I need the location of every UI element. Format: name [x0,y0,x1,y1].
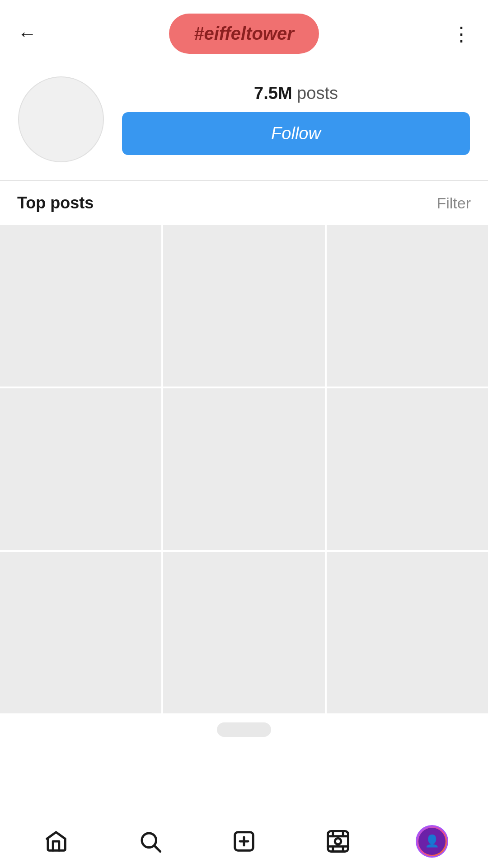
hashtag-avatar [18,76,104,162]
load-more-pill [217,722,271,737]
grid-item[interactable] [327,388,488,550]
more-options-button[interactable]: ⋮ [447,20,474,47]
svg-point-6 [335,838,341,844]
top-posts-bar: Top posts Filter [0,181,488,225]
grid-item[interactable] [163,225,324,387]
grid-item[interactable] [0,388,161,550]
load-more-section [0,713,488,746]
profile-section: 7.5M posts Follow [0,63,488,180]
back-button[interactable]: ← [14,20,41,47]
nav-profile[interactable]: 👤 [409,823,455,859]
filter-button[interactable]: Filter [436,194,471,212]
app-header: ← #eiffeltower ⋮ [0,0,488,63]
svg-rect-5 [328,831,348,851]
grid-item[interactable] [163,552,324,713]
hashtag-label: #eiffeltower [194,24,294,44]
avatar-inner: 👤 [418,828,446,855]
nav-home[interactable] [33,823,79,859]
svg-line-1 [155,846,160,851]
nav-search[interactable] [127,823,173,859]
follow-button[interactable]: Follow [122,112,470,155]
grid-item[interactable] [163,388,324,550]
posts-number: 7.5M [254,84,292,103]
user-avatar-nav: 👤 [416,825,448,858]
grid-item[interactable] [0,552,161,713]
back-arrow-icon: ← [18,23,37,45]
posts-grid [0,225,488,713]
nav-reels[interactable] [315,823,361,859]
home-icon [42,827,70,855]
posts-count-display: 7.5M posts [122,84,470,103]
add-icon [230,827,258,855]
follow-button-label: Follow [271,124,321,143]
search-icon [136,827,164,855]
more-vertical-icon: ⋮ [451,22,470,45]
profile-info: 7.5M posts Follow [122,84,470,155]
reels-icon [324,827,352,855]
grid-item[interactable] [327,225,488,387]
grid-item[interactable] [0,225,161,387]
top-posts-label: Top posts [17,193,94,212]
bottom-navigation: 👤 [0,814,488,868]
hashtag-pill[interactable]: #eiffeltower [169,14,319,54]
grid-item[interactable] [327,552,488,713]
nav-add[interactable] [221,823,267,859]
posts-label: posts [297,84,338,103]
